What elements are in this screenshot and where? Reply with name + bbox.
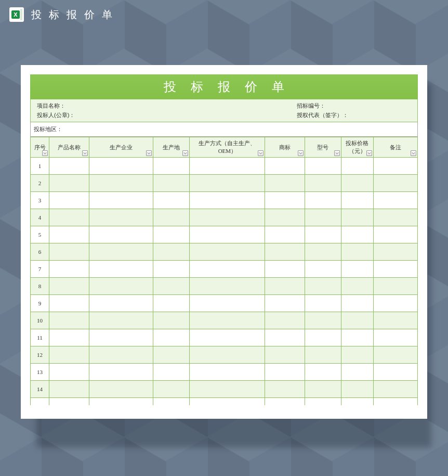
cell-manuf[interactable] [89, 192, 153, 209]
cell-trademark[interactable] [265, 158, 305, 175]
cell-seq[interactable]: 14 [31, 381, 49, 398]
cell-seq[interactable]: 3 [31, 192, 49, 209]
cell-product[interactable] [49, 192, 89, 209]
cell-seq[interactable]: 8 [31, 278, 49, 295]
cell-price[interactable] [341, 175, 374, 192]
cell-remark[interactable] [373, 158, 417, 175]
cell-price[interactable] [341, 158, 374, 175]
cell-product[interactable] [49, 175, 89, 192]
cell-manuf[interactable] [89, 364, 153, 381]
cell-manuf[interactable] [89, 158, 153, 175]
cell-model[interactable] [305, 346, 341, 364]
cell-product[interactable] [49, 381, 89, 398]
cell-origin[interactable] [153, 209, 190, 226]
cell-product[interactable] [49, 243, 89, 261]
cell-method[interactable] [190, 312, 265, 329]
cell-remark[interactable] [373, 329, 417, 346]
cell-origin[interactable] [153, 243, 190, 261]
cell-model[interactable] [305, 329, 341, 346]
cell-origin[interactable] [153, 192, 190, 209]
cell-price[interactable] [341, 329, 374, 346]
cell-remark[interactable] [373, 243, 417, 261]
cell-price[interactable] [341, 364, 374, 381]
cell-model[interactable] [305, 209, 341, 226]
cell-remark[interactable] [373, 209, 417, 226]
cell-method[interactable] [190, 329, 265, 346]
filter-dropdown-icon[interactable] [334, 150, 340, 156]
cell-method[interactable] [190, 243, 265, 261]
cell-manuf[interactable] [89, 261, 153, 278]
cell-model[interactable] [305, 226, 341, 243]
cell-model[interactable] [305, 295, 341, 312]
cell-trademark[interactable] [265, 209, 305, 226]
cell-manuf[interactable] [89, 312, 153, 329]
cell-remark[interactable] [373, 192, 417, 209]
cell-price[interactable] [341, 346, 374, 364]
cell-manuf[interactable] [89, 175, 153, 192]
cell-seq[interactable]: 9 [31, 295, 49, 312]
cell-method[interactable] [190, 364, 265, 381]
cell-trademark[interactable] [265, 243, 305, 261]
cell-product[interactable] [49, 278, 89, 295]
cell-manuf[interactable] [89, 295, 153, 312]
cell-product[interactable] [49, 364, 89, 381]
cell-model[interactable] [305, 192, 341, 209]
cell-method[interactable] [190, 381, 265, 398]
cell-model[interactable] [305, 381, 341, 398]
cell-origin[interactable] [153, 312, 190, 329]
cell-method[interactable] [190, 226, 265, 243]
cell-method[interactable] [190, 158, 265, 175]
cell-seq[interactable]: 2 [31, 175, 49, 192]
cell-manuf[interactable] [89, 278, 153, 295]
cell-model[interactable] [305, 278, 341, 295]
cell-remark[interactable] [373, 295, 417, 312]
cell-trademark[interactable] [265, 381, 305, 398]
cell-method[interactable] [190, 192, 265, 209]
cell-product[interactable] [49, 312, 89, 329]
cell-price[interactable] [341, 381, 374, 398]
cell-method[interactable] [190, 175, 265, 192]
cell-price[interactable] [341, 295, 374, 312]
cell-method[interactable] [190, 295, 265, 312]
cell-origin[interactable] [153, 381, 190, 398]
cell-trademark[interactable] [265, 295, 305, 312]
cell-remark[interactable] [373, 312, 417, 329]
cell-trademark[interactable] [265, 261, 305, 278]
cell-origin[interactable] [153, 278, 190, 295]
cell-method[interactable] [190, 209, 265, 226]
cell-remark[interactable] [373, 346, 417, 364]
cell-manuf[interactable] [89, 329, 153, 346]
cell-seq[interactable]: 11 [31, 329, 49, 346]
cell-method[interactable] [190, 346, 265, 364]
cell-model[interactable] [305, 312, 341, 329]
cell-remark[interactable] [373, 175, 417, 192]
cell-remark[interactable] [373, 381, 417, 398]
cell-model[interactable] [305, 175, 341, 192]
cell-seq[interactable]: 5 [31, 226, 49, 243]
filter-dropdown-icon[interactable] [411, 150, 416, 156]
cell-price[interactable] [341, 278, 374, 295]
filter-dropdown-icon[interactable] [182, 150, 188, 156]
cell-trademark[interactable] [265, 329, 305, 346]
cell-seq[interactable]: 7 [31, 261, 49, 278]
cell-method[interactable] [190, 261, 265, 278]
cell-trademark[interactable] [265, 312, 305, 329]
cell-seq[interactable]: 10 [31, 312, 49, 329]
cell-price[interactable] [341, 209, 374, 226]
filter-dropdown-icon[interactable] [298, 150, 304, 156]
cell-method[interactable] [190, 278, 265, 295]
cell-product[interactable] [49, 295, 89, 312]
filter-dropdown-icon[interactable] [366, 150, 372, 156]
cell-product[interactable] [49, 329, 89, 346]
cell-seq[interactable]: 4 [31, 209, 49, 226]
cell-product[interactable] [49, 346, 89, 364]
cell-manuf[interactable] [89, 209, 153, 226]
cell-trademark[interactable] [265, 346, 305, 364]
filter-dropdown-icon[interactable] [146, 150, 152, 156]
cell-origin[interactable] [153, 261, 190, 278]
cell-price[interactable] [341, 312, 374, 329]
cell-model[interactable] [305, 364, 341, 381]
cell-remark[interactable] [373, 364, 417, 381]
cell-product[interactable] [49, 226, 89, 243]
filter-dropdown-icon[interactable] [82, 150, 88, 156]
